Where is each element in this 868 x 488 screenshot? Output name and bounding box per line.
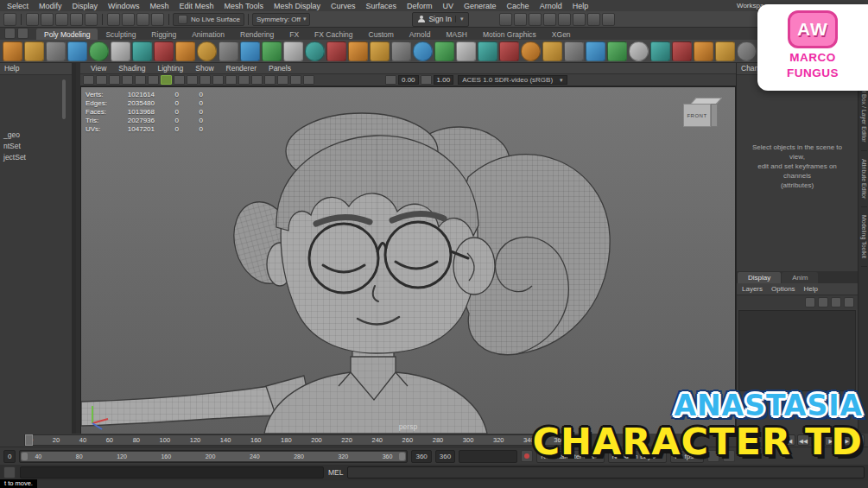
shelf-tab[interactable]: Custom [361,29,402,40]
xray-icon[interactable] [290,75,301,85]
menu-item[interactable]: Surfaces [361,2,402,10]
shelf-tab[interactable]: Rendering [232,29,282,40]
layer-editor-tab[interactable]: Anim [782,272,818,283]
redo-icon[interactable] [85,13,98,26]
shelf-tool-icon[interactable] [305,41,325,61]
panel-menu-item[interactable]: Lighting [151,64,189,73]
panel-menu-item[interactable]: View [85,64,112,73]
menu-item[interactable]: Edit Mesh [174,2,219,10]
camera-lock-icon[interactable] [83,75,94,85]
shelf-tool-icon[interactable] [67,41,87,61]
shelf-tool-icon[interactable] [737,41,757,61]
menu-item[interactable]: Mesh Tools [219,2,269,10]
shelf-tab[interactable]: Motion Graphics [475,29,544,40]
tab-modeling-toolkit[interactable]: Modeling Toolkit [861,207,867,267]
view-cube-front-face[interactable]: FRONT [683,104,711,127]
depth-of-field-icon[interactable] [264,75,276,85]
menuset-selector-icon[interactable] [3,13,16,26]
render-settings-icon[interactable] [529,13,542,26]
shelf-options-icon[interactable] [17,28,29,39]
wireframe-on-shaded-icon[interactable] [161,75,172,85]
shelf-tab[interactable]: Arnold [402,29,439,40]
grid-toggle-icon[interactable] [96,75,107,85]
menu-item[interactable]: Mesh [145,2,174,10]
editor-layout-icon[interactable] [602,13,615,26]
shelf-tool-icon[interactable] [629,41,649,61]
shelf-tool-icon[interactable] [197,41,217,61]
shelf-tool-icon[interactable] [283,41,303,61]
menu-item[interactable]: Windows [103,2,145,10]
snap-curve-icon[interactable] [122,13,135,26]
shelf-tool-icon[interactable] [111,41,130,61]
shelf-tool-icon[interactable] [175,41,195,61]
shelf-tool-icon[interactable] [24,41,44,61]
shelf-tool-icon[interactable] [219,41,238,61]
shelf-tool-icon[interactable] [240,41,260,61]
textured-display-icon[interactable] [187,75,198,85]
isolate-select-icon[interactable] [277,75,288,85]
shelf-tool-icon[interactable] [499,41,519,61]
current-frame-indicator[interactable] [25,434,33,446]
range-start-handle[interactable] [22,453,28,460]
new-scene-icon[interactable] [26,13,39,26]
shelf-tab[interactable]: Poly Modeling [36,29,98,40]
field-chart-icon[interactable] [148,75,159,85]
joints-xray-icon[interactable] [303,75,314,85]
shelf-tool-icon[interactable] [132,41,152,61]
menu-item[interactable]: Mesh Display [269,2,326,10]
view-cube-side-face[interactable] [711,104,718,127]
motion-blur-icon[interactable] [238,75,250,85]
shelf-tool-icon[interactable] [672,41,692,61]
tab-attribute-editor[interactable]: Attribute Editor [861,151,867,207]
shadows-icon[interactable] [212,75,224,85]
gamma-icon[interactable] [421,75,432,85]
script-editor-icon[interactable] [3,466,16,478]
undo-icon[interactable] [70,13,83,26]
outliner-item[interactable]: jectSet [0,151,72,162]
hypershade-icon[interactable] [543,13,556,26]
view-transform-dropdown[interactable]: ACES 1.0 SDR-video (sRGB) ▾ [458,75,567,85]
film-gate-icon[interactable] [109,75,120,85]
ipr-render-icon[interactable] [514,13,527,26]
shelf-tool-icon[interactable] [586,41,605,61]
panel-menu-item[interactable]: Panels [263,64,297,73]
shelf-tab[interactable]: Animation [184,29,232,40]
shelf-tab[interactable]: Sculpting [98,29,143,40]
panel-menu-item[interactable]: Renderer [220,64,263,73]
use-all-lights-icon[interactable] [200,75,211,85]
menu-item[interactable]: Curves [326,2,361,10]
display-layers-icon[interactable] [573,13,586,26]
menu-item[interactable]: Select [2,2,34,10]
shelf-tool-icon[interactable] [564,41,584,61]
outliner-item[interactable]: ntSet [0,140,72,151]
shelf-tool-icon[interactable] [456,41,476,61]
snap-point-icon[interactable] [136,13,149,26]
screen-space-ao-icon[interactable] [225,75,237,85]
menu-item[interactable]: UV [438,2,459,10]
playback-end-field[interactable]: 360 [435,450,455,463]
layer-editor-menu-item[interactable]: Options [771,285,795,293]
shelf-tool-icon[interactable] [694,41,713,61]
resolution-gate-icon[interactable] [122,75,133,85]
sign-in-button[interactable]: Sign In ▾ [412,12,469,27]
save-scene-icon[interactable] [55,13,68,26]
shelf-tab[interactable]: FX Caching [307,29,360,40]
shelf-tool-icon[interactable] [607,41,627,61]
shelf-tool-icon[interactable] [154,41,174,61]
layer-editor-menu-item[interactable]: Layers [742,285,763,293]
menu-item[interactable]: Deform [402,2,438,10]
new-layer-from-selected-icon[interactable] [818,297,828,307]
exposure-icon[interactable] [385,75,396,85]
range-slider[interactable]: 4080120160200240280320360 [19,450,408,463]
shelf-tab[interactable]: Rigging [143,29,184,40]
layer-list[interactable] [738,310,856,391]
command-line-mode-toggle[interactable]: MEL [328,468,343,477]
snap-view-plane-icon[interactable] [151,13,164,26]
shaded-display-icon[interactable] [174,75,185,85]
shelf-tool-icon[interactable] [715,41,735,61]
shelf-tool-icon[interactable] [370,41,390,61]
playback-start-field[interactable]: 0 [3,450,16,463]
time-slider[interactable]: 0204060801001201401601802002202402602803… [24,434,570,446]
toolbox-icon[interactable] [587,13,600,26]
shelf-tab[interactable]: FX [282,29,307,40]
